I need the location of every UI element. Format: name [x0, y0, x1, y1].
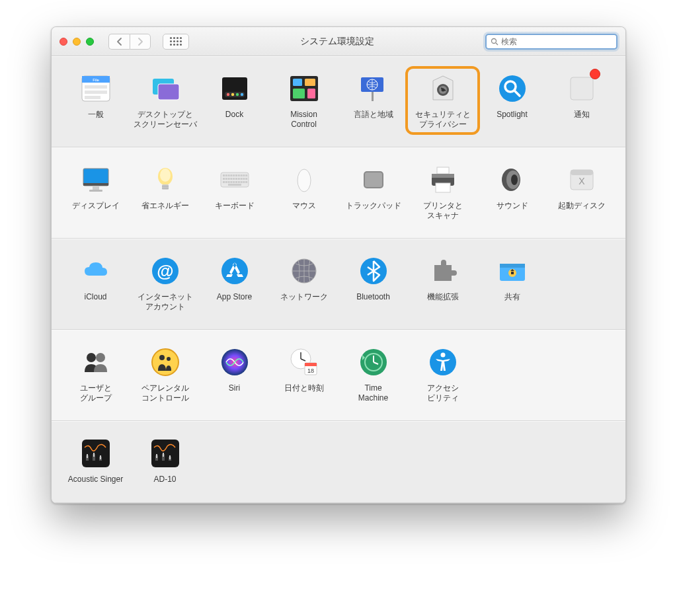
pref-item-users[interactable]: ユーザと グループ [61, 342, 130, 406]
pref-row-0: File一般デスクトップと スクリーンセーバDockMission Contro… [52, 56, 625, 147]
pref-item-internet[interactable]: @インターネット アカウント [130, 251, 200, 315]
minimize-button[interactable] [73, 38, 81, 46]
pref-item-notifications[interactable]: 通知 [547, 69, 616, 132]
pref-item-label: 起動ディスク [558, 201, 606, 212]
appstore-icon [218, 254, 252, 288]
nav-buttons [108, 34, 151, 50]
pref-item-general[interactable]: File一般 [61, 69, 130, 132]
pref-item-security[interactable]: セキュリティと プライバシー [408, 69, 477, 132]
svg-rect-69 [240, 181, 242, 183]
pref-item-printers[interactable]: プリンタと スキャナ [408, 160, 477, 223]
svg-point-99 [159, 355, 165, 360]
back-button[interactable] [108, 34, 130, 50]
pref-item-spotlight[interactable]: Spotlight [477, 69, 547, 132]
show-all-button[interactable] [163, 34, 189, 50]
pref-item-sharing[interactable]: 共有 [477, 251, 547, 315]
pref-item-label: プリンタと スキャナ [423, 201, 463, 221]
svg-rect-52 [223, 178, 225, 180]
pref-item-displays[interactable]: ディスプレイ [61, 160, 130, 223]
svg-rect-42 [223, 174, 225, 176]
pref-item-dock[interactable]: Dock [200, 69, 269, 132]
keyboard-icon [218, 163, 252, 197]
svg-point-14 [235, 93, 238, 96]
pref-row-2: iCloud@インターネット アカウントApp StoreネットワークBluet… [52, 239, 625, 330]
pref-item-label: サウンド [497, 201, 528, 212]
pref-item-energy[interactable]: 省エネルギー [130, 160, 200, 223]
pref-item-label: キーボード [215, 201, 255, 212]
pref-item-ad10[interactable]: AD-10 [130, 434, 200, 488]
pref-item-timemachine[interactable]: Time Machine [338, 342, 408, 406]
svg-rect-31 [571, 77, 593, 100]
svg-text:18: 18 [307, 367, 313, 374]
zoom-button[interactable] [86, 38, 94, 46]
security-icon [426, 71, 460, 106]
pref-item-icloud[interactable]: iCloud [61, 251, 130, 315]
pref-item-language[interactable]: 言語と地域 [338, 69, 408, 132]
svg-rect-72 [228, 184, 241, 186]
svg-point-82 [511, 174, 518, 185]
displays-icon [79, 163, 113, 197]
printers-icon [426, 163, 460, 197]
pref-item-trackpad[interactable]: トラックパッド [338, 160, 408, 223]
extensions-icon [426, 254, 460, 288]
forward-button[interactable] [130, 34, 151, 50]
pref-item-label: マウス [292, 201, 316, 212]
svg-rect-48 [237, 174, 239, 176]
notifications-icon [565, 71, 599, 106]
svg-point-28 [499, 75, 526, 102]
svg-rect-56 [233, 178, 235, 180]
parental-icon [148, 345, 182, 379]
bluetooth-icon [356, 254, 391, 288]
pref-item-label: 機能拡張 [427, 292, 459, 303]
titlebar: システム環境設定 [52, 27, 625, 56]
pref-item-mouse[interactable]: マウス [269, 160, 338, 223]
svg-rect-55 [230, 178, 232, 180]
svg-rect-118 [87, 454, 88, 458]
pref-item-siri[interactable]: Siri [200, 342, 269, 406]
svg-rect-114 [82, 440, 110, 467]
svg-rect-64 [227, 181, 229, 183]
pref-item-extensions[interactable]: 機能拡張 [408, 251, 477, 315]
notification-badge [590, 69, 600, 79]
svg-rect-43 [225, 174, 227, 176]
svg-point-113 [440, 353, 445, 358]
svg-rect-75 [365, 173, 382, 187]
mission-icon [287, 71, 321, 106]
svg-rect-76 [437, 167, 449, 174]
search-field[interactable] [485, 34, 617, 50]
pref-item-parental[interactable]: ペアレンタル コントロール [130, 342, 200, 406]
svg-line-1 [496, 43, 498, 45]
pref-item-bluetooth[interactable]: Bluetooth [338, 251, 408, 315]
pref-item-label: AD-10 [153, 475, 176, 485]
svg-rect-44 [227, 174, 229, 176]
pref-item-sound[interactable]: サウンド [477, 160, 547, 223]
pref-item-mission[interactable]: Mission Control [269, 69, 338, 132]
svg-rect-63 [225, 181, 227, 183]
pref-item-desktop[interactable]: デスクトップと スクリーンセーバ [130, 69, 200, 132]
svg-rect-59 [240, 178, 242, 180]
pref-item-network[interactable]: ネットワーク [269, 251, 338, 315]
pref-item-acoustic[interactable]: Acoustic Singer [61, 434, 130, 488]
close-button[interactable] [60, 38, 67, 46]
spotlight-icon [495, 71, 530, 106]
svg-rect-78 [432, 174, 454, 178]
svg-rect-51 [245, 174, 247, 176]
svg-point-98 [152, 349, 179, 375]
svg-text:@: @ [157, 261, 173, 281]
search-input[interactable] [501, 37, 612, 46]
pref-item-keyboard[interactable]: キーボード [200, 160, 269, 223]
pref-item-accessibility[interactable]: アクセシ ビリティ [408, 342, 477, 406]
svg-rect-34 [93, 186, 99, 190]
pref-item-label: アクセシ ビリティ [427, 383, 459, 403]
svg-rect-49 [240, 174, 242, 176]
pref-row-3: ユーザと グループペアレンタル コントロールSiri18日付と時刻Time Ma… [52, 330, 625, 421]
pref-item-appstore[interactable]: App Store [200, 251, 269, 315]
pref-item-label: 通知 [574, 110, 590, 120]
svg-rect-62 [223, 181, 225, 183]
timemachine-icon [356, 345, 391, 379]
pref-item-label: 省エネルギー [141, 201, 189, 212]
pref-item-startup[interactable]: X起動ディスク [547, 160, 616, 223]
svg-text:X: X [578, 176, 585, 186]
pref-item-label: ディスプレイ [72, 201, 120, 212]
pref-item-datetime[interactable]: 18日付と時刻 [269, 342, 338, 406]
